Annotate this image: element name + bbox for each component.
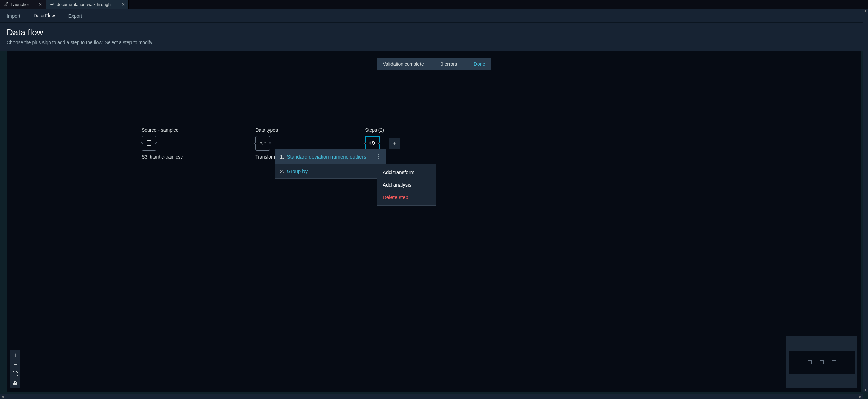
nav-data-flow[interactable]: Data Flow xyxy=(34,9,55,22)
step-number: 1. xyxy=(280,154,284,160)
step-context-menu: Add transform Add analysis Delete step xyxy=(377,164,436,206)
vertical-scrollbar[interactable]: ▲▼ xyxy=(863,9,868,392)
edge xyxy=(294,143,365,143)
zoom-controls: + − ⛶ 🔒︎ xyxy=(10,350,20,388)
horizontal-scrollbar[interactable]: ◀▶ xyxy=(0,394,863,399)
section-tabs: Import Data Flow Export xyxy=(0,9,868,23)
minimap-node xyxy=(808,360,812,364)
svg-line-5 xyxy=(372,141,373,145)
page-title: Data flow xyxy=(7,27,861,38)
step-row-2[interactable]: 2. Group by ⋮ xyxy=(275,164,386,178)
node-source[interactable]: Source - sampled S3: titantic-train.csv xyxy=(142,127,183,160)
plus-icon: + xyxy=(393,140,397,147)
menu-delete-step[interactable]: Delete step xyxy=(377,191,436,203)
plus-icon: + xyxy=(13,352,17,358)
hash-icon: #.# xyxy=(259,141,266,146)
node-box-steps[interactable] xyxy=(365,136,380,151)
tab-launcher[interactable]: Launcher ✕ xyxy=(0,0,46,9)
minimap-viewport xyxy=(789,351,855,374)
validation-done-link[interactable]: Done xyxy=(474,61,485,67)
zoom-fit-button[interactable]: ⛶ xyxy=(10,369,20,379)
kebab-icon[interactable]: ⋮ xyxy=(376,153,381,160)
tab-documentation-walkthrough[interactable]: documentation-walkthrough- ✕ xyxy=(46,0,129,9)
page-subtitle: Choose the plus sign to add a step to th… xyxy=(7,40,861,45)
flow-canvas[interactable]: Validation complete 0 errors Done Source… xyxy=(7,51,861,392)
close-icon[interactable]: ✕ xyxy=(121,2,125,7)
code-icon xyxy=(369,140,376,147)
zoom-in-button[interactable]: + xyxy=(10,350,20,360)
file-icon xyxy=(146,140,152,147)
step-row-1[interactable]: 1. Standard deviation numeric outliers ⋮ xyxy=(275,149,386,164)
close-icon[interactable]: ✕ xyxy=(38,2,42,7)
node-box-source[interactable] xyxy=(142,136,156,151)
tab-label: Launcher xyxy=(11,2,29,7)
flow-file-icon xyxy=(49,2,54,7)
node-title: Data types xyxy=(255,127,294,133)
nav-export[interactable]: Export xyxy=(68,10,82,22)
expand-icon: ⛶ xyxy=(12,371,18,377)
add-step-button[interactable]: + xyxy=(389,138,400,149)
steps-popover: 1. Standard deviation numeric outliers ⋮… xyxy=(275,149,386,179)
zoom-lock-button[interactable]: 🔒︎ xyxy=(10,379,20,388)
lock-icon: 🔒︎ xyxy=(12,380,18,387)
step-name: Group by xyxy=(287,168,373,174)
node-subtitle: S3: titantic-train.csv xyxy=(142,154,183,160)
nav-import[interactable]: Import xyxy=(7,10,20,22)
svg-line-0 xyxy=(5,2,7,4)
menu-add-transform[interactable]: Add transform xyxy=(377,166,436,178)
step-number: 2. xyxy=(280,168,284,174)
page-header: Data flow Choose the plus sign to add a … xyxy=(0,23,868,51)
minimap-node xyxy=(832,360,836,364)
validation-errors: 0 errors xyxy=(441,61,457,67)
node-title: Source - sampled xyxy=(142,127,183,133)
external-link-icon xyxy=(3,2,8,7)
minimap-node xyxy=(820,360,824,364)
minimap[interactable] xyxy=(786,336,857,388)
step-name: Standard deviation numeric outliers xyxy=(287,154,373,160)
validation-toast: Validation complete 0 errors Done xyxy=(377,58,491,70)
validation-status: Validation complete xyxy=(383,61,424,67)
edge xyxy=(183,143,255,143)
node-title: Steps (2) xyxy=(365,127,384,133)
tab-label: documentation-walkthrough- xyxy=(57,2,112,7)
minus-icon: − xyxy=(13,362,17,368)
node-steps[interactable]: Steps (2) xyxy=(365,127,384,151)
menu-add-analysis[interactable]: Add analysis xyxy=(377,178,436,191)
node-box-types[interactable]: #.# xyxy=(255,136,270,151)
window-tab-bar: Launcher ✕ documentation-walkthrough- ✕ xyxy=(0,0,868,9)
zoom-out-button[interactable]: − xyxy=(10,360,20,369)
